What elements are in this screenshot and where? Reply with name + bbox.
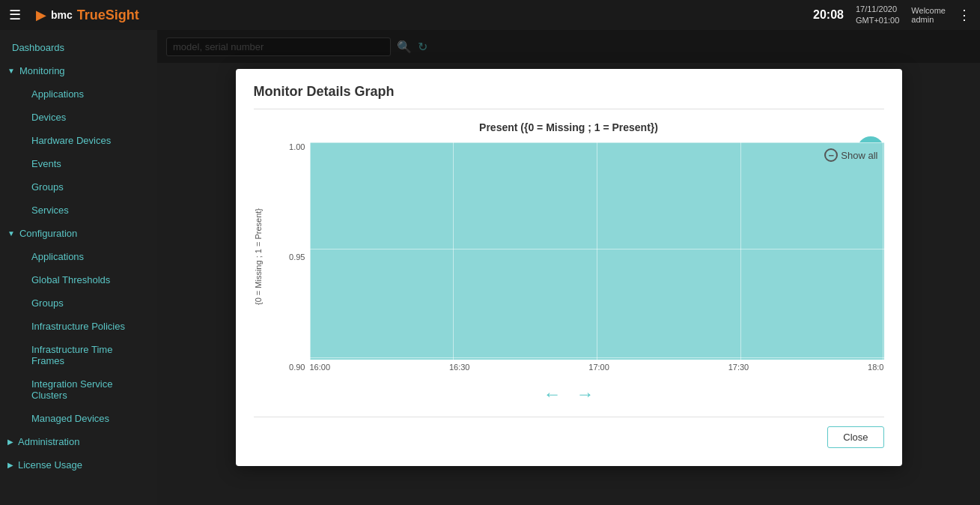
sidebar-item-services[interactable]: Services [19,199,157,222]
hamburger-menu-icon[interactable]: ☰ [9,7,21,23]
show-all-label: Show all [841,150,877,161]
x-tick-1600: 16:00 [310,363,331,372]
nav-next-button[interactable]: → [576,384,594,405]
welcome-text: Welcome admin [911,6,946,24]
content-area: 🔍 ↻ Monitor Details Graph Present ({0 = … [157,30,980,505]
bmc-label: bmc [51,9,73,21]
modal-title: Monitor Details Graph [254,84,884,109]
sidebar-item-infra-timeframes[interactable]: Infrastructure Time Frames [19,338,157,372]
monitoring-arrow-icon: ▼ [7,67,15,75]
monitoring-sub-items: Applications Devices Hardware Devices Ev… [0,82,157,222]
logo: ▶ bmc TrueSight [36,7,139,23]
close-button[interactable]: Close [827,426,883,448]
x-tick-1800: 18:0 [868,363,883,372]
chart-wrap: {0 = Missing ; 1 = Present} 1.00 0.95 0.… [254,142,884,372]
sidebar-section-administration[interactable]: ▶ Administration [0,430,157,453]
configuration-label: Configuration [19,228,77,239]
sidebar-item-dashboards[interactable]: Dashboards [0,36,157,59]
administration-label: Administration [18,436,79,447]
modal-backdrop: Monitor Details Graph Present ({0 = Miss… [157,30,980,505]
grid-v-line-3 [597,142,597,360]
show-all-button[interactable]: − Show all [824,148,877,162]
chart-grid-area: − Show all [310,142,884,360]
sidebar-item-infra-policies[interactable]: Infrastructure Policies [19,315,157,338]
topbar: ☰ ▶ bmc TrueSight 20:08 17/11/2020 GMT+0… [0,0,980,30]
show-all-icon: − [824,148,838,162]
main-layout: Dashboards ▼ Monitoring Applications Dev… [0,30,980,505]
monitor-details-modal: Monitor Details Graph Present ({0 = Miss… [236,69,902,466]
sidebar-item-cfg-groups[interactable]: Groups [19,291,157,315]
grid-v-line-1 [310,142,311,360]
sidebar-item-cfg-applications[interactable]: Applications [19,245,157,268]
truesight-label: TrueSight [77,7,139,23]
nav-prev-button[interactable]: ← [544,384,561,405]
grid-v-line-2 [453,142,454,360]
sidebar-item-events[interactable]: Events [19,152,157,175]
y-tick-mid: 0.95 [279,252,305,261]
grid-v-line-4 [740,142,741,360]
sidebar-item-devices[interactable]: Devices [19,106,157,129]
bmc-icon: ▶ [36,7,46,23]
x-axis: 16:00 16:30 17:00 17:30 18:0 [310,363,884,372]
sidebar-item-applications[interactable]: Applications [19,82,157,106]
y-axis-label: {0 = Missing ; 1 = Present} [254,208,276,305]
sidebar-section-license-usage[interactable]: ▶ License Usage [0,453,157,477]
y-tick-bottom: 0.90 [279,363,305,372]
sidebar-item-hardware-devices[interactable]: Hardware Devices [19,129,157,152]
chart-container: Present ({0 = Missing ; 1 = Present}) {0… [254,121,884,372]
modal-footer: Close [254,426,884,448]
nav-arrows: ← → [254,384,884,417]
sidebar: Dashboards ▼ Monitoring Applications Dev… [0,30,157,505]
monitoring-label: Monitoring [19,65,65,76]
clock-display: 20:08 [813,8,844,22]
topbar-more-icon[interactable]: ⋮ [958,7,971,23]
x-tick-1630: 16:30 [449,363,470,372]
sidebar-item-global-thresholds[interactable]: Global Thresholds [19,268,157,291]
x-tick-1700: 17:00 [588,363,609,372]
x-tick-1730: 17:30 [728,363,749,372]
sidebar-item-managed-devices[interactable]: Managed Devices [19,407,157,430]
y-tick-top: 1.00 [279,142,305,151]
administration-arrow-icon: ▶ [7,438,13,446]
configuration-arrow-icon: ▼ [7,229,15,238]
chart-title: Present ({0 = Missing ; 1 = Present}) [254,121,884,133]
sidebar-section-configuration[interactable]: ▼ Configuration [0,222,157,245]
license-usage-arrow-icon: ▶ [7,461,13,469]
grid-v-line-5 [883,142,883,360]
configuration-sub-items: Applications Global Thresholds Groups In… [0,245,157,430]
sidebar-section-monitoring[interactable]: ▼ Monitoring [0,59,157,82]
license-usage-label: License Usage [18,459,82,471]
sidebar-item-integration-clusters[interactable]: Integration Service Clusters [19,372,157,407]
date-display: 17/11/2020 GMT+01:00 [856,4,899,27]
topbar-right: 20:08 17/11/2020 GMT+01:00 Welcome admin… [813,4,971,27]
chart-inner: ••• [310,142,884,372]
sidebar-item-groups[interactable]: Groups [19,175,157,199]
